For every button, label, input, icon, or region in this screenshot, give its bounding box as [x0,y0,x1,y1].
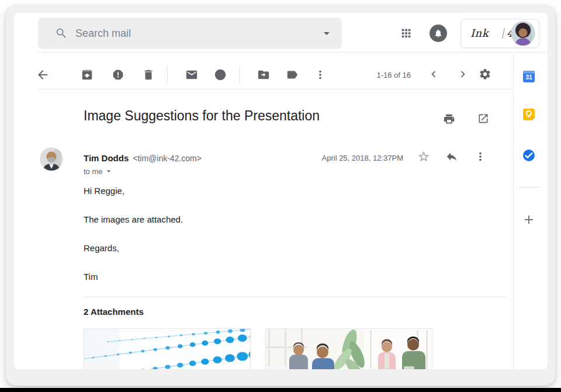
attachments-heading: 2 Attachments [84,307,144,317]
settings-gear-icon[interactable] [478,67,492,81]
report-spam-icon[interactable] [111,68,125,82]
tasks-icon[interactable] [522,148,536,162]
body-line: Tim [84,272,98,282]
sender-email: <tim@ink-42.com> [133,154,202,163]
user-avatar[interactable] [511,21,535,46]
gmail-screenshot: Search mail Ink 42 [0,0,561,392]
office-meeting-photo [266,329,432,369]
toolbar-divider [239,66,240,84]
chevron-right-icon[interactable] [456,67,470,81]
reply-icon[interactable] [445,150,459,164]
body-line: Regards, [84,243,119,253]
brand-logo: Ink [470,19,489,47]
attachment-thumbnail-dots[interactable] [84,328,251,369]
recipient-expander[interactable]: to me [84,166,113,176]
expand-details-chevron-icon [104,166,113,176]
sender-name: Tim Dodds [84,153,129,163]
body-line: The images are attached. [84,214,183,224]
move-to-icon[interactable] [257,68,271,82]
email-subject: Image Suggestions for the Presentation [84,108,320,124]
archive-icon[interactable] [80,68,94,82]
keep-notes-icon[interactable] [522,107,536,122]
delete-icon[interactable] [141,68,155,82]
attachment-thumbnail-photo[interactable] [265,328,432,369]
email-date: April 25, 2018, 12:37PM [275,154,403,162]
attachments-divider [84,297,506,297]
star-icon[interactable] [417,150,431,164]
snooze-clock-icon[interactable] [213,68,227,82]
account-logo-card[interactable]: Ink 42 [460,19,539,48]
apps-grid-icon[interactable] [399,26,413,40]
mail-window: Search mail Ink 42 [14,13,548,369]
recipient-label: to me [84,167,103,176]
search-options-chevron-icon[interactable] [320,26,334,40]
sender-avatar [40,147,63,171]
labels-tag-icon[interactable] [285,68,299,82]
side-panel-separator [518,187,539,188]
calendar-icon[interactable]: 31 [522,70,536,84]
toolbar-bottom-divider [38,89,511,89]
search-placeholder: Search mail [75,18,131,49]
sender-line: Tim Dodds<tim@ink-42.com> [84,153,202,164]
chevron-left-icon[interactable] [427,67,441,81]
toolbar-divider [167,66,168,84]
print-icon[interactable] [442,112,456,126]
search-input[interactable]: Search mail [38,18,342,49]
search-icon [54,26,68,40]
bottom-edge-bar [0,388,561,392]
blue-dots-graphic [84,329,250,369]
add-addon-plus-icon[interactable] [522,213,536,227]
open-in-new-icon[interactable] [476,112,490,126]
notifications-bell-icon[interactable] [430,25,447,42]
back-arrow-icon[interactable] [35,67,50,82]
body-line: Hi Reggie, [84,186,124,196]
pagination-range: 1-16 of 16 [341,71,411,79]
more-options-icon[interactable] [313,68,327,82]
calendar-day-number: 31 [525,74,532,81]
side-panel-divider [513,53,514,369]
mark-unread-icon[interactable] [185,68,199,82]
header-divider [38,52,548,53]
message-more-icon[interactable] [473,150,487,164]
brand-logo-divider [502,28,505,39]
